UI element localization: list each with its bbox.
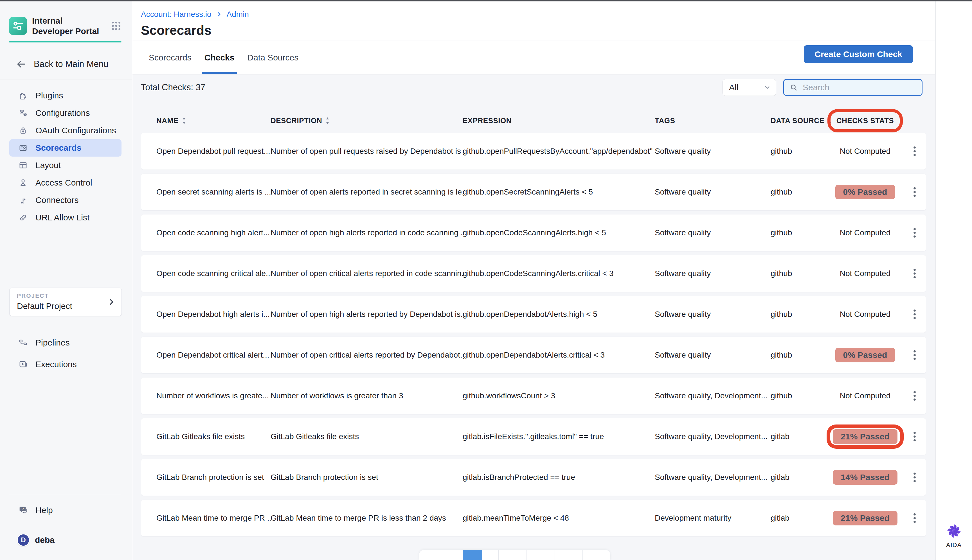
sidebar-item-oauth-configurations[interactable]: OAuth Configurations bbox=[9, 122, 122, 139]
right-rail: AIDA bbox=[935, 2, 972, 560]
table-row[interactable]: Open Dependabot pull request...Number of… bbox=[141, 133, 926, 170]
tab-data-sources[interactable]: Data Sources bbox=[247, 40, 298, 75]
table-row[interactable]: Open secret scanning alerts is ...Number… bbox=[141, 174, 926, 210]
sidebar-item-label: Executions bbox=[35, 360, 77, 369]
status-badge: 14% Passed bbox=[833, 470, 897, 485]
sidebar-item-connectors[interactable]: Connectors bbox=[9, 192, 122, 209]
sidebar-item-executions[interactable]: Executions bbox=[9, 357, 122, 372]
sidebar-item-layout[interactable]: Layout bbox=[9, 157, 122, 174]
help-button[interactable]: ? Help bbox=[18, 505, 53, 516]
sidebar-item-label: Configurations bbox=[35, 108, 90, 118]
back-label: Back to Main Menu bbox=[34, 59, 108, 69]
create-custom-check-button[interactable]: Create Custom Check bbox=[804, 45, 913, 63]
cell-name: Open code scanning critical ale... bbox=[141, 269, 271, 278]
column-label: TAGS bbox=[655, 117, 675, 125]
app-grid-icon[interactable] bbox=[109, 18, 124, 33]
sidebar-nav: PluginsConfigurationsOAuth Configuration… bbox=[0, 87, 132, 226]
kebab-menu-icon[interactable] bbox=[910, 308, 920, 320]
back-to-main-menu[interactable]: Back to Main Menu bbox=[16, 58, 108, 70]
table-row[interactable]: GitLab Branch protection is setGitLab Br… bbox=[141, 459, 926, 496]
page-title: Scorecards bbox=[141, 23, 212, 38]
filter-select[interactable]: All bbox=[723, 79, 776, 96]
project-selector[interactable]: PROJECT Default Project bbox=[9, 288, 122, 316]
column-header-name[interactable]: NAME bbox=[141, 117, 271, 125]
breadcrumb-account-link[interactable]: Account: Harness.io bbox=[141, 10, 212, 19]
breadcrumb-admin-link[interactable]: Admin bbox=[227, 10, 249, 19]
cell-expression: github.openDependabotAlerts.high < 5 bbox=[463, 310, 655, 319]
kebab-menu-icon[interactable] bbox=[910, 267, 920, 280]
gears-icon bbox=[18, 108, 28, 118]
kebab-menu-icon[interactable] bbox=[910, 145, 920, 157]
cell-description: Number of workflows is greater than 3 bbox=[271, 391, 463, 400]
kebab-menu-icon[interactable] bbox=[910, 227, 920, 239]
cell-name: Open Dependabot pull request... bbox=[141, 147, 271, 156]
sidebar-item-scorecards[interactable]: Scorecards bbox=[9, 139, 122, 157]
table-row[interactable]: Open Dependabot high alerts i...Number o… bbox=[141, 296, 926, 333]
table-row[interactable]: GitLab Gitleaks file existsGitLab Gitlea… bbox=[141, 418, 926, 455]
status-badge: 0% Passed bbox=[835, 348, 895, 362]
cell-name: Open secret scanning alerts is ... bbox=[141, 188, 271, 197]
cell-data-source: gitlab bbox=[771, 513, 827, 523]
tab-checks[interactable]: Checks bbox=[204, 40, 235, 75]
cell-data-source: github bbox=[771, 188, 827, 197]
project-label: PROJECT bbox=[17, 292, 116, 299]
cell-name: Open Dependabot critical alert... bbox=[141, 350, 271, 360]
table-row[interactable]: Number of workflows is greate...Number o… bbox=[141, 378, 926, 414]
sidebar-project-nav: PipelinesExecutions bbox=[0, 335, 132, 379]
cell-name: Open code scanning high alert... bbox=[141, 228, 271, 237]
pagination-divider bbox=[526, 550, 527, 560]
status-text: Not Computed bbox=[840, 269, 891, 278]
table-body: Open Dependabot pull request...Number of… bbox=[141, 133, 926, 541]
user-menu[interactable]: D deba bbox=[17, 533, 55, 547]
kebab-menu-icon[interactable] bbox=[910, 430, 920, 443]
kebab-menu-icon[interactable] bbox=[910, 186, 920, 198]
chevron-down-icon bbox=[763, 83, 772, 92]
cell-description: Number of open high alerts reported in c… bbox=[271, 228, 463, 237]
kebab-menu-icon[interactable] bbox=[910, 512, 920, 524]
help-chat-icon: ? bbox=[18, 505, 29, 516]
cell-data-source: github bbox=[771, 310, 827, 319]
pagination-divider bbox=[583, 550, 583, 560]
sidebar-item-plugins[interactable]: Plugins bbox=[9, 87, 122, 104]
sidebar-item-configurations[interactable]: Configurations bbox=[9, 104, 122, 122]
status-badge: 21% Passed bbox=[833, 429, 897, 444]
kebab-menu-icon[interactable] bbox=[910, 390, 920, 402]
person-icon bbox=[18, 178, 28, 188]
chevron-right-icon bbox=[216, 11, 222, 17]
cell-expression: github.openCodeScanningAlerts.high < 5 bbox=[463, 228, 655, 237]
kebab-menu-icon[interactable] bbox=[910, 471, 920, 483]
column-header-data-source[interactable]: DATA SOURCE bbox=[771, 117, 827, 125]
pagination-active-page[interactable] bbox=[463, 550, 482, 560]
table-row[interactable]: Open code scanning high alert...Number o… bbox=[141, 215, 926, 251]
kebab-menu-icon[interactable] bbox=[910, 349, 920, 361]
sidebar-item-label: Layout bbox=[35, 160, 61, 170]
link-icon bbox=[18, 213, 28, 223]
cell-checks-stats: Not Computed bbox=[827, 147, 904, 156]
cell-data-source: github bbox=[771, 350, 827, 360]
column-label: DESCRIPTION bbox=[271, 117, 322, 125]
column-header-description[interactable]: DESCRIPTION bbox=[271, 117, 463, 125]
cell-data-source: github bbox=[771, 147, 827, 156]
search-box bbox=[783, 79, 922, 96]
sidebar: Internal Developer Portal Back to Main M… bbox=[0, 2, 132, 560]
cell-tags: Software quality, Development... bbox=[655, 391, 771, 400]
column-label: EXPRESSION bbox=[463, 117, 512, 125]
table-row[interactable]: Open Dependabot critical alert...Number … bbox=[141, 337, 926, 373]
lock-icon bbox=[18, 125, 28, 135]
sidebar-item-pipelines[interactable]: Pipelines bbox=[9, 335, 122, 350]
filter-selected-value: All bbox=[729, 83, 738, 92]
aida-assistant-button[interactable]: AIDA bbox=[936, 523, 972, 549]
cell-name: GitLab Gitleaks file exists bbox=[141, 432, 271, 441]
cell-tags: Software quality bbox=[655, 228, 771, 237]
search-input[interactable] bbox=[803, 83, 917, 92]
table-row[interactable]: GitLab Mean time to merge PR ...GitLab M… bbox=[141, 500, 926, 537]
sidebar-item-url-allow-list[interactable]: URL Allow List bbox=[9, 209, 122, 226]
table-row[interactable]: Open code scanning critical ale...Number… bbox=[141, 255, 926, 292]
total-checks-count: Total Checks: 37 bbox=[141, 79, 205, 96]
project-name: Default Project bbox=[17, 302, 116, 311]
sort-icon bbox=[182, 117, 186, 125]
sidebar-item-access-control[interactable]: Access Control bbox=[9, 174, 122, 192]
cell-data-source: gitlab bbox=[771, 473, 827, 482]
tab-scorecards[interactable]: Scorecards bbox=[149, 40, 192, 75]
sidebar-divider bbox=[9, 495, 121, 495]
